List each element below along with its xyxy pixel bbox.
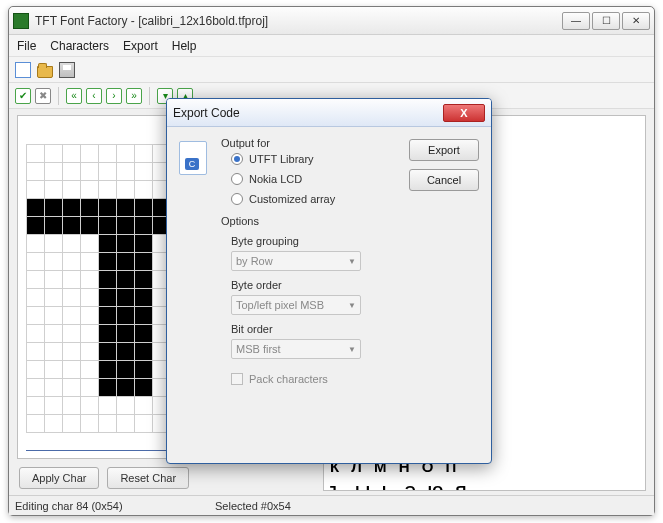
pixel-cell[interactable] — [135, 253, 153, 271]
pixel-cell[interactable] — [45, 163, 63, 181]
pixel-cell[interactable] — [45, 199, 63, 217]
pixel-cell[interactable] — [27, 199, 45, 217]
pixel-cell[interactable] — [45, 379, 63, 397]
minimize-button[interactable]: — — [562, 12, 590, 30]
prev-char-icon[interactable]: ‹ — [86, 88, 102, 104]
pixel-cell[interactable] — [117, 199, 135, 217]
accept-icon[interactable]: ✔ — [15, 88, 31, 104]
pixel-cell[interactable] — [99, 289, 117, 307]
pixel-cell[interactable] — [45, 397, 63, 415]
radio-nokia[interactable]: Nokia LCD — [231, 173, 393, 185]
export-button[interactable]: Export — [409, 139, 479, 161]
pixel-cell[interactable] — [27, 181, 45, 199]
pixel-cell[interactable] — [81, 415, 99, 433]
menu-file[interactable]: File — [17, 39, 36, 53]
pixel-cell[interactable] — [99, 217, 117, 235]
pixel-cell[interactable] — [135, 217, 153, 235]
pixel-cell[interactable] — [135, 325, 153, 343]
last-char-icon[interactable]: » — [126, 88, 142, 104]
pixel-cell[interactable] — [63, 379, 81, 397]
pixel-cell[interactable] — [63, 217, 81, 235]
pixel-cell[interactable] — [27, 343, 45, 361]
pixel-cell[interactable] — [81, 289, 99, 307]
pixel-cell[interactable] — [99, 271, 117, 289]
pixel-cell[interactable] — [135, 145, 153, 163]
pixel-cell[interactable] — [63, 199, 81, 217]
pixel-cell[interactable] — [117, 379, 135, 397]
reset-char-button[interactable]: Reset Char — [107, 467, 189, 489]
pixel-cell[interactable] — [63, 163, 81, 181]
pixel-cell[interactable] — [99, 325, 117, 343]
apply-char-button[interactable]: Apply Char — [19, 467, 99, 489]
pixel-cell[interactable] — [63, 361, 81, 379]
save-file-icon[interactable] — [59, 62, 75, 78]
pixel-cell[interactable] — [63, 415, 81, 433]
pixel-cell[interactable] — [135, 271, 153, 289]
pixel-cell[interactable] — [81, 307, 99, 325]
pixel-cell[interactable] — [117, 343, 135, 361]
pixel-cell[interactable] — [27, 379, 45, 397]
pixel-cell[interactable] — [99, 181, 117, 199]
first-char-icon[interactable]: « — [66, 88, 82, 104]
open-file-icon[interactable] — [37, 66, 53, 78]
pixel-cell[interactable] — [45, 343, 63, 361]
pixel-cell[interactable] — [81, 361, 99, 379]
pixel-cell[interactable] — [63, 271, 81, 289]
pixel-cell[interactable] — [117, 325, 135, 343]
pixel-cell[interactable] — [45, 235, 63, 253]
pixel-cell[interactable] — [63, 181, 81, 199]
pixel-cell[interactable] — [27, 361, 45, 379]
reject-icon[interactable]: ✖ — [35, 88, 51, 104]
pixel-cell[interactable] — [117, 289, 135, 307]
pixel-cell[interactable] — [99, 379, 117, 397]
pixel-cell[interactable] — [81, 181, 99, 199]
radio-utft[interactable]: UTFT Library — [231, 153, 393, 165]
pixel-cell[interactable] — [63, 325, 81, 343]
pixel-cell[interactable] — [135, 415, 153, 433]
bit-order-combo[interactable]: MSB first ▼ — [231, 339, 361, 359]
pixel-cell[interactable] — [45, 307, 63, 325]
pixel-cell[interactable] — [45, 415, 63, 433]
pixel-cell[interactable] — [117, 181, 135, 199]
menu-export[interactable]: Export — [123, 39, 158, 53]
pixel-cell[interactable] — [45, 271, 63, 289]
pixel-cell[interactable] — [117, 253, 135, 271]
pack-characters-checkbox[interactable]: Pack characters — [231, 373, 393, 385]
pixel-cell[interactable] — [81, 217, 99, 235]
new-file-icon[interactable] — [15, 62, 31, 78]
pixel-cell[interactable] — [27, 415, 45, 433]
pixel-cell[interactable] — [63, 253, 81, 271]
pixel-cell[interactable] — [81, 343, 99, 361]
byte-grouping-combo[interactable]: by Row ▼ — [231, 251, 361, 271]
next-char-icon[interactable]: › — [106, 88, 122, 104]
pixel-cell[interactable] — [27, 253, 45, 271]
pixel-cell[interactable] — [27, 217, 45, 235]
pixel-cell[interactable] — [81, 145, 99, 163]
pixel-cell[interactable] — [135, 163, 153, 181]
pixel-cell[interactable] — [27, 397, 45, 415]
pixel-cell[interactable] — [99, 415, 117, 433]
pixel-cell[interactable] — [99, 397, 117, 415]
pixel-cell[interactable] — [135, 379, 153, 397]
pixel-cell[interactable] — [63, 343, 81, 361]
radio-custom[interactable]: Customized array — [231, 193, 393, 205]
pixel-cell[interactable] — [81, 199, 99, 217]
pixel-cell[interactable] — [135, 307, 153, 325]
pixel-cell[interactable] — [135, 361, 153, 379]
pixel-cell[interactable] — [117, 145, 135, 163]
pixel-cell[interactable] — [27, 289, 45, 307]
pixel-cell[interactable] — [81, 325, 99, 343]
menu-help[interactable]: Help — [172, 39, 197, 53]
pixel-cell[interactable] — [117, 271, 135, 289]
byte-order-combo[interactable]: Top/left pixel MSB ▼ — [231, 295, 361, 315]
pixel-cell[interactable] — [135, 235, 153, 253]
pixel-cell[interactable] — [81, 163, 99, 181]
pixel-cell[interactable] — [117, 163, 135, 181]
pixel-cell[interactable] — [63, 235, 81, 253]
dialog-close-button[interactable]: X — [443, 104, 485, 122]
pixel-cell[interactable] — [117, 361, 135, 379]
pixel-cell[interactable] — [99, 307, 117, 325]
pixel-cell[interactable] — [99, 163, 117, 181]
pixel-cell[interactable] — [99, 199, 117, 217]
maximize-button[interactable]: ☐ — [592, 12, 620, 30]
